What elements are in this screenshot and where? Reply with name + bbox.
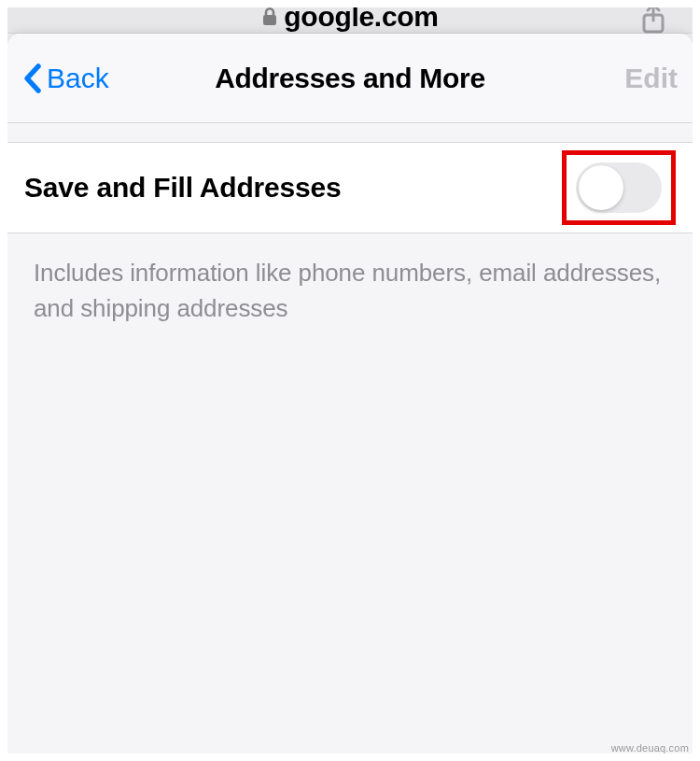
save-fill-addresses-row: Save and Fill Addresses	[7, 142, 693, 233]
lock-icon	[261, 7, 278, 27]
save-fill-addresses-label: Save and Fill Addresses	[24, 172, 341, 204]
url-bar-domain: google.com	[284, 1, 438, 33]
nav-header: Back Addresses and More Edit	[7, 34, 693, 123]
page-title: Addresses and More	[215, 63, 485, 94]
save-fill-addresses-toggle[interactable]	[576, 162, 662, 213]
edit-button[interactable]: Edit	[624, 63, 678, 94]
settings-sheet: Back Addresses and More Edit Save and Fi…	[7, 34, 693, 754]
annotation-highlight	[562, 150, 676, 225]
background-url-bar: google.com	[7, 0, 693, 34]
back-button-label: Back	[47, 63, 109, 94]
watermark: www.deuaq.com	[611, 742, 689, 754]
back-button[interactable]: Back	[22, 63, 109, 94]
toggle-knob	[579, 165, 623, 210]
svg-rect-0	[263, 15, 276, 25]
settings-description: Includes information like phone numbers,…	[7, 233, 693, 326]
chevron-left-icon	[22, 63, 43, 94]
url-bar-content: google.com	[261, 1, 438, 33]
